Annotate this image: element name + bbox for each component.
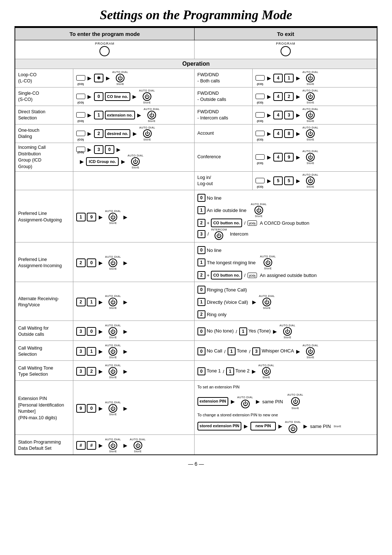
exit-header: To exit [194,28,377,40]
autodial-power-cwt2: AUTO DIAL ⏻ StorE [258,364,274,379]
page-title: Settings on the Programming Mode [15,7,377,23]
opt-1-ar[interactable]: 1 [197,298,205,306]
key-co-btn-pi[interactable]: CO button no. [211,271,242,279]
key-0-cwo[interactable]: 0 [87,327,96,336]
opt-1-cwt[interactable]: 1 [226,367,234,375]
opt-0-po[interactable]: 0 [197,194,205,202]
key-0-pi[interactable]: 0 [87,258,96,267]
autodial-power-ar2: AUTO DIAL ⏻ StorE [259,294,275,310]
key-4-3[interactable]: 4 [273,111,283,119]
key-5-login2[interactable]: 5 [284,176,294,185]
key-3-cwt[interactable]: 3 [76,367,86,376]
key-2-ot[interactable]: 2 [94,129,103,138]
key-0-icd[interactable]: 0 [105,145,114,154]
key-1-dss[interactable]: 1 [94,111,103,119]
key-9-pin[interactable]: 9 [76,404,86,413]
login-seq-empty [73,172,194,190]
opt-3-po-desc: Intercom [230,231,248,237]
dss-seq: (CO) ▶ 1 extension no. ▶ AUTO DIAL ⏻ Sto… [73,106,194,125]
key-9-po[interactable]: 9 [87,213,96,221]
station-prog-label: Station ProgrammingData Default Set [15,435,73,455]
key-co-btn-po[interactable]: CO button no. [211,219,242,227]
key-3-3[interactable]: 3 [284,111,294,119]
onetouch-seq: (CO) ▶ 2 desired no. ▶ AUTO DIAL ⏻ StorE [73,125,194,143]
icd-label: Incoming CallDistributionGroup (ICDGroup… [15,143,73,172]
autodial-power-pi2: AUTO DIAL ⏻ StorE [260,255,276,270]
conference-seq: (CO) ▶ 4 9 ▶ AUTO DIAL ⏻ StorE [252,143,377,172]
key-2-cwt[interactable]: 2 [87,367,96,376]
arrow: ▶ [106,75,110,81]
pref-out-label: Preferred LineAssignment-Outgoing [15,190,73,242]
key-4-2[interactable]: 4 [273,92,283,101]
opt-3-po[interactable]: 3 [197,230,205,238]
key-0-pin[interactable]: 0 [87,404,96,413]
autodial-power-sp2: AUTO DIAL ⏻ StorE [130,438,146,453]
key-2-2[interactable]: 2 [284,92,294,101]
key-icd-group[interactable]: ICD Group no. [86,157,119,166]
key-star[interactable]: ✱ [94,74,103,82]
autodial-intercom: INTERCOM ⏻ [211,228,227,240]
opt-1-ar-desc: Directly (Voice Call) [207,299,248,305]
key-0-sco[interactable]: 0 [94,92,103,101]
key-ext[interactable]: extension no. [105,111,135,119]
fwd-both-seq: (CO) ▶ 4 1 ▶ AUTO DIAL ⏻ StorE [252,69,377,87]
key-4-1[interactable]: 4 [273,74,283,82]
key-8-acc[interactable]: 8 [284,129,294,138]
key-desired[interactable]: desired no. [105,129,131,138]
fwd-both-label: FWD/DND- Both calls [194,69,252,87]
opt-0-cws[interactable]: 0 [197,347,205,355]
key-2-pi[interactable]: 2 [76,258,86,267]
same-pin-text: same PIN [262,397,283,406]
opt-2-pi-plus: + [207,273,210,278]
key-hash1[interactable]: # [76,441,86,450]
autodial-power-r1: AUTO DIAL ⏻ StorE [302,70,318,86]
key-1-ar[interactable]: 1 [87,298,96,306]
opt-2-po-plus: + [207,220,210,226]
opt-1-cwo[interactable]: 1 [239,327,247,335]
opt-0-pi[interactable]: 0 [197,246,205,254]
key-coline[interactable]: CO line no. [105,92,130,101]
key-2-ar[interactable]: 2 [76,298,86,306]
autodial-power-cwt: AUTO DIAL ⏻ StorE [105,364,121,379]
autodial-power-r3: AUTO DIAL ⏻ StorE [302,107,318,123]
co-icon-1: (CO) [76,75,85,81]
program-circle-enter[interactable] [99,46,110,56]
pref-in-seq: 2 0 ▶ AUTO DIAL ⏻ StorE ▶ [73,242,194,282]
key-1-cws[interactable]: 1 [87,347,96,356]
opt-2-pi[interactable]: 2 [197,271,205,279]
key-3-cws[interactable]: 3 [76,347,86,356]
opt-1-po[interactable]: 1 [197,206,205,214]
key-9-conf[interactable]: 9 [284,153,294,162]
key-1-1[interactable]: 1 [284,74,294,82]
opt-0-cwt[interactable]: 0 [197,367,205,375]
key-4-acc[interactable]: 4 [273,129,283,138]
cw-sel-seq: 3 1 ▶ AUTO DIAL ⏻ StorE ▶ [73,341,194,361]
opt-0-cwo[interactable]: 0 [197,327,205,335]
key-5-login[interactable]: 5 [273,176,283,185]
opt-0-ar[interactable]: 0 [197,286,205,294]
key-new-pin[interactable]: new PIN [250,422,276,430]
key-4-conf[interactable]: 4 [273,153,283,162]
cw-sel-options: 0 No Call / 1 Tone / 3 Whisper OHCA ▶ AU… [194,341,377,361]
opt-1-pi[interactable]: 1 [197,258,205,266]
opt-2-po[interactable]: 2 [197,219,205,227]
key-hash2[interactable]: # [87,441,96,450]
opt-0-cws-desc: No Call [207,348,222,354]
autodial-power-cws: AUTO DIAL ⏻ StorE [105,344,121,359]
cwt-seq: 3 2 ▶ AUTO DIAL ⏻ StorE ▶ [73,361,194,381]
autodial-power-cwo: AUTO DIAL ⏻ StorE [105,324,121,339]
key-stored-pin[interactable]: stored extension PIN [197,422,241,430]
onetouch-label: One-touchDialing [15,125,73,143]
opt-2-ar[interactable]: 2 [197,310,205,318]
key-ext-pin[interactable]: extension PIN [197,397,228,406]
opt-1-cws[interactable]: 1 [228,347,236,355]
program-circle-exit[interactable] [281,46,291,56]
key-3-cwo[interactable]: 3 [76,327,86,336]
autodial-power-sp1: AUTO DIAL ⏻ StorE [105,438,121,453]
key-3-icd[interactable]: 3 [94,145,103,154]
station-prog-seq: # # ▶ AUTO DIAL ⏻ StorE ▶ AUTO DIAL ⏻ St… [73,435,194,455]
loop-co-seq: (CO) ▶ ✱ ▶ AUTO DIAL ⏻ StorE [73,69,194,87]
account-label: Account [194,125,252,143]
key-1-po[interactable]: 1 [76,213,86,221]
opt-3-cws[interactable]: 3 [252,347,260,355]
